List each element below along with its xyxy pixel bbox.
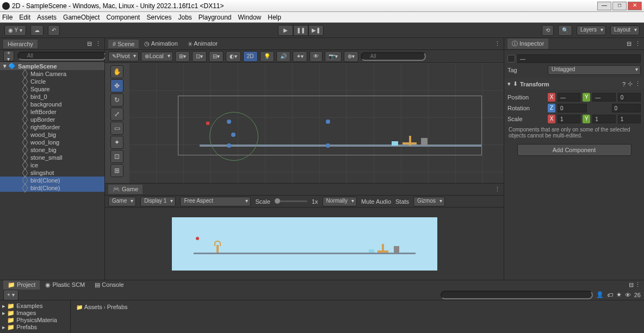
tree-item[interactable]: leftBorder <box>0 108 104 116</box>
tree-item[interactable]: ice <box>0 161 104 169</box>
console-tab[interactable]: ▤ Console <box>90 280 128 290</box>
tree-item[interactable]: stone_big <box>0 146 104 154</box>
hierarchy-tab[interactable]: Hierarchy <box>3 40 38 48</box>
breadcrumb[interactable]: 📁 Assets › Prefabs <box>73 303 642 311</box>
mute-audio-toggle[interactable]: Mute Audio <box>361 198 391 205</box>
move-tool[interactable]: ✥ <box>110 79 123 92</box>
gameobject-active-checkbox[interactable] <box>507 55 515 62</box>
scene-menu-icon[interactable]: ⋮ <box>494 40 500 47</box>
search-button[interactable]: 🔍 <box>558 25 572 36</box>
account-button[interactable]: ◉ Y ▾ <box>4 25 26 36</box>
tree-item[interactable]: wood_long <box>0 139 104 146</box>
transform-tool[interactable]: ✦ <box>110 136 123 149</box>
favorite-icon[interactable]: ★ <box>616 291 622 298</box>
vsync-dropdown[interactable]: Normally <box>323 197 357 206</box>
help-icon[interactable]: ? <box>622 81 626 87</box>
hierarchy-menu-icon[interactable]: ⋮ <box>95 40 101 47</box>
visibility-button[interactable]: 👁 <box>309 51 323 62</box>
rect-tool[interactable]: ▭ <box>110 122 123 135</box>
animator-tab[interactable]: ⚹ Animator <box>183 39 222 48</box>
project-add-button[interactable]: + ▾ <box>3 290 18 300</box>
maximize-button[interactable]: □ <box>612 2 627 10</box>
step-button[interactable]: ▶❚ <box>308 25 324 36</box>
tree-item[interactable]: rightBorder <box>0 123 104 131</box>
scale-tool[interactable]: ⤢ <box>110 108 123 121</box>
scene-root[interactable]: ▾ 🔷 SampleScene <box>0 62 104 70</box>
project-content[interactable]: 📁 Assets › Prefabs <box>71 300 644 333</box>
fx-button[interactable]: ✦▾ <box>293 51 307 62</box>
add-component-button[interactable]: Add Component <box>517 144 631 156</box>
folder-item[interactable]: 📁 PhysicsMateria <box>2 317 68 324</box>
scene-view[interactable]: ✋ ✥ ↻ ⤢ ▭ ✦ ⊡ ⊞ <box>105 63 504 183</box>
scale-y-input[interactable] <box>592 115 615 123</box>
folder-item[interactable]: ▸ 📁 Examples <box>2 303 68 310</box>
inspector-tab[interactable]: ⓘ Inspector <box>507 39 548 49</box>
menu-gameobject[interactable]: GameObject <box>63 14 100 21</box>
position-z-input[interactable] <box>618 93 641 102</box>
lighting-button[interactable]: 💡 <box>260 51 274 62</box>
stats-toggle[interactable]: Stats <box>395 198 409 205</box>
tree-item[interactable]: upBorder <box>0 116 104 123</box>
tree-item[interactable]: bird_0 <box>0 93 104 100</box>
position-y-input[interactable] <box>592 93 615 102</box>
scene-viewport[interactable] <box>129 63 504 183</box>
pause-button[interactable]: ❚❚ <box>293 25 308 36</box>
inspector-menu-icon[interactable]: ⋮ <box>635 40 641 47</box>
scale-x-input[interactable] <box>558 115 580 123</box>
menu-help[interactable]: Help <box>268 14 281 21</box>
rotation-z-input[interactable] <box>558 104 587 112</box>
handle-icon[interactable] <box>227 120 231 124</box>
handle-icon[interactable] <box>326 120 330 124</box>
custom-tool-2[interactable]: ⊞ <box>110 164 123 177</box>
filter-icon[interactable]: 👤 <box>596 291 604 298</box>
hierarchy-lock-icon[interactable]: ⊟ <box>87 40 92 47</box>
tree-item[interactable]: Main Camera <box>0 70 104 78</box>
pivot-dropdown[interactable]: ✎Pivot <box>108 52 139 61</box>
minimize-button[interactable]: — <box>597 2 611 10</box>
2d-toggle[interactable]: 2D <box>243 51 258 62</box>
gameobject-name-input[interactable] <box>517 54 641 63</box>
gizmos-dropdown[interactable]: Gizmos <box>413 197 445 206</box>
aspect-dropdown[interactable]: Free Aspect <box>180 197 251 206</box>
tree-item[interactable]: Circle <box>0 78 104 85</box>
scene-search-input[interactable] <box>361 52 426 61</box>
rotation-extra-input[interactable] <box>612 104 641 112</box>
tree-item[interactable]: background <box>0 100 104 108</box>
menu-jobs[interactable]: Jobs <box>178 14 191 21</box>
display-dropdown[interactable]: Display 1 <box>140 197 176 206</box>
folder-item[interactable]: ▸ 📁 Prefabs <box>2 324 68 331</box>
handle-icon[interactable] <box>231 133 236 137</box>
custom-tool-1[interactable]: ⊡ <box>110 150 123 163</box>
tree-item-selected[interactable]: bird(Clone) <box>0 177 104 184</box>
menu-file[interactable]: File <box>2 14 13 21</box>
tree-item[interactable]: Square <box>0 85 104 93</box>
history-icon[interactable]: ⟲ <box>542 25 554 36</box>
plastic-tab[interactable]: ◉ Plastic SCM <box>41 280 89 290</box>
game-mode-dropdown[interactable]: Game <box>108 197 136 206</box>
rotate-tool[interactable]: ↻ <box>110 93 123 106</box>
project-search-input[interactable] <box>441 291 593 299</box>
collapse-icon[interactable]: ▾ <box>507 80 511 87</box>
snap-button[interactable]: ⊟▾ <box>209 51 224 62</box>
scale-z-input[interactable] <box>618 115 641 123</box>
inspector-lock-icon[interactable]: ⊟ <box>627 40 631 47</box>
menu-playground[interactable]: Playground <box>199 14 232 21</box>
menu-edit[interactable]: Edit <box>19 14 30 21</box>
game-menu-icon[interactable]: ⋮ <box>494 186 500 193</box>
handle-icon[interactable] <box>326 143 330 148</box>
transform-header[interactable]: Transform <box>520 81 549 87</box>
scene-tab[interactable]: # Scene <box>108 40 139 48</box>
animation-tab[interactable]: ◷ Animation <box>140 39 182 48</box>
hierarchy-add-button[interactable]: + ▾ <box>3 51 14 61</box>
tag-dropdown[interactable]: Untagged <box>548 65 641 75</box>
audio-button[interactable]: 🔊 <box>276 51 290 62</box>
close-button[interactable]: ✕ <box>628 2 642 10</box>
gizmos-button[interactable]: ⊕▾ <box>344 51 358 62</box>
layout-dropdown[interactable]: Layout <box>610 26 640 35</box>
label-icon[interactable]: 🏷 <box>607 292 613 298</box>
scale-slider[interactable] <box>275 200 307 202</box>
menu-window[interactable]: Window <box>238 14 262 21</box>
folder-item[interactable]: ▸ 📁 Images <box>2 310 68 317</box>
tree-item-selected[interactable]: bird(Clone) <box>0 184 104 192</box>
draw-mode-button[interactable]: ◐▾ <box>226 51 241 62</box>
